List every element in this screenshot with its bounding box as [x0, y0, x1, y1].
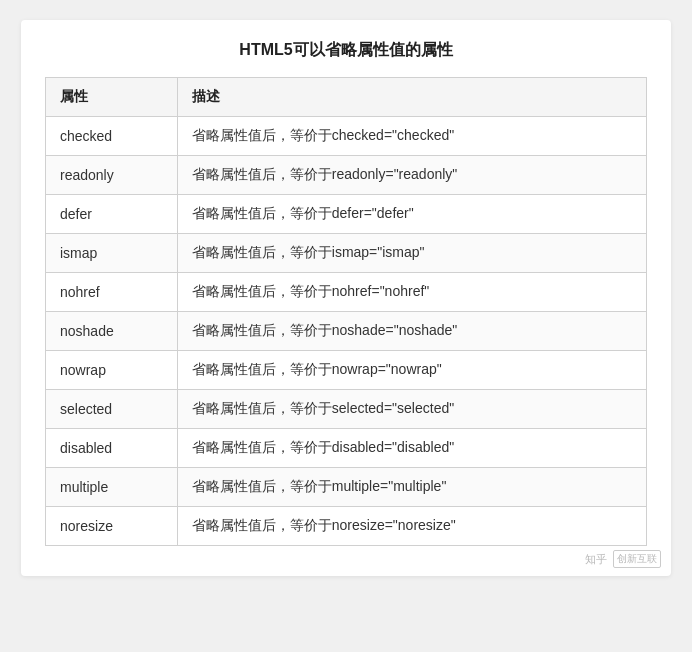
watermark-brand: 创新互联	[613, 550, 661, 568]
main-card: HTML5可以省略属性值的属性 属性 描述 checked省略属性值后，等价于c…	[21, 20, 671, 576]
cell-attr: noresize	[46, 507, 178, 546]
cell-desc: 省略属性值后，等价于defer="defer"	[177, 195, 646, 234]
table-row: noresize省略属性值后，等价于noresize="noresize"	[46, 507, 647, 546]
cell-desc: 省略属性值后，等价于noresize="noresize"	[177, 507, 646, 546]
cell-attr: ismap	[46, 234, 178, 273]
attributes-table: 属性 描述 checked省略属性值后，等价于checked="checked"…	[45, 77, 647, 546]
cell-attr: nohref	[46, 273, 178, 312]
watermark-source: 知乎	[585, 552, 607, 567]
cell-desc: 省略属性值后，等价于readonly="readonly"	[177, 156, 646, 195]
cell-attr: noshade	[46, 312, 178, 351]
table-row: multiple省略属性值后，等价于multiple="multiple"	[46, 468, 647, 507]
watermark: 知乎 创新互联	[585, 550, 661, 568]
cell-desc: 省略属性值后，等价于nowrap="nowrap"	[177, 351, 646, 390]
table-row: nowrap省略属性值后，等价于nowrap="nowrap"	[46, 351, 647, 390]
cell-attr: multiple	[46, 468, 178, 507]
cell-attr: checked	[46, 117, 178, 156]
col-header-desc: 描述	[177, 78, 646, 117]
table-row: disabled省略属性值后，等价于disabled="disabled"	[46, 429, 647, 468]
table-row: readonly省略属性值后，等价于readonly="readonly"	[46, 156, 647, 195]
col-header-attr: 属性	[46, 78, 178, 117]
cell-attr: selected	[46, 390, 178, 429]
cell-desc: 省略属性值后，等价于ismap="ismap"	[177, 234, 646, 273]
cell-attr: nowrap	[46, 351, 178, 390]
cell-attr: defer	[46, 195, 178, 234]
cell-attr: disabled	[46, 429, 178, 468]
cell-desc: 省略属性值后，等价于disabled="disabled"	[177, 429, 646, 468]
cell-desc: 省略属性值后，等价于nohref="nohref"	[177, 273, 646, 312]
cell-desc: 省略属性值后，等价于checked="checked"	[177, 117, 646, 156]
table-header-row: 属性 描述	[46, 78, 647, 117]
page-title: HTML5可以省略属性值的属性	[45, 40, 647, 61]
cell-desc: 省略属性值后，等价于noshade="noshade"	[177, 312, 646, 351]
table-row: checked省略属性值后，等价于checked="checked"	[46, 117, 647, 156]
cell-desc: 省略属性值后，等价于selected="selected"	[177, 390, 646, 429]
cell-desc: 省略属性值后，等价于multiple="multiple"	[177, 468, 646, 507]
table-row: selected省略属性值后，等价于selected="selected"	[46, 390, 647, 429]
table-row: ismap省略属性值后，等价于ismap="ismap"	[46, 234, 647, 273]
table-row: defer省略属性值后，等价于defer="defer"	[46, 195, 647, 234]
cell-attr: readonly	[46, 156, 178, 195]
table-row: noshade省略属性值后，等价于noshade="noshade"	[46, 312, 647, 351]
table-row: nohref省略属性值后，等价于nohref="nohref"	[46, 273, 647, 312]
